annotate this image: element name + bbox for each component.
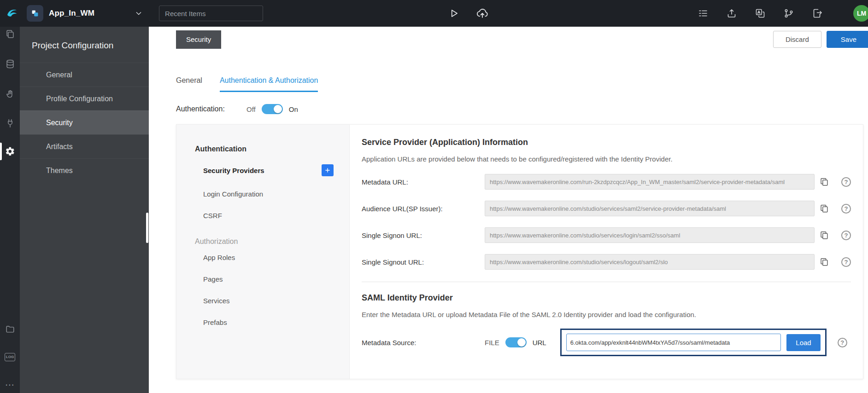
main-panel: Security Discard Save General Authentica… bbox=[149, 27, 868, 393]
app-switcher-chevron-icon[interactable] bbox=[134, 9, 143, 18]
toggle-off-label: Off bbox=[246, 105, 256, 113]
run-app-button[interactable] bbox=[447, 7, 459, 19]
export-file-button[interactable] bbox=[812, 8, 823, 19]
database-icon bbox=[5, 59, 15, 69]
metadata-url-highlight-group: Load bbox=[560, 329, 827, 356]
subnav-item-prefabs[interactable]: Prefabs bbox=[195, 312, 349, 333]
play-icon bbox=[447, 7, 459, 19]
metadata-url-row: Metadata URL: ? bbox=[362, 174, 851, 190]
single-signon-label: Single Signon URL: bbox=[362, 231, 485, 239]
help-icon[interactable]: ? bbox=[841, 257, 851, 267]
folder-icon bbox=[5, 324, 15, 334]
copy-button[interactable] bbox=[818, 176, 830, 188]
help-icon[interactable]: ? bbox=[841, 231, 851, 240]
rail-database-button[interactable] bbox=[5, 58, 16, 69]
logs-icon: LOG bbox=[5, 353, 15, 361]
subnav-item-services[interactable]: Services bbox=[195, 290, 349, 312]
copy-button[interactable] bbox=[818, 256, 830, 268]
markup-list-button[interactable] bbox=[698, 8, 709, 19]
topbar: App_In_WM bbox=[0, 0, 868, 27]
app-icon bbox=[27, 5, 43, 22]
rail-logs-button[interactable]: LOG bbox=[5, 352, 16, 363]
subnav-item-csrf[interactable]: CSRF bbox=[195, 205, 349, 226]
metadata-source-toggle[interactable] bbox=[505, 337, 527, 347]
saml-idp-title: SAML Identity Provider bbox=[362, 293, 851, 303]
authentication-toggle-row: Authentication: Off On bbox=[176, 104, 868, 114]
rail-more-button[interactable]: ⋯ bbox=[5, 379, 16, 390]
saml-idp-description: Enter the Metadata URL or upload Metadat… bbox=[362, 311, 851, 318]
tab-authentication-authorization[interactable]: Authentication & Authorization bbox=[220, 76, 318, 92]
single-signon-row: Single Signon URL: ? bbox=[362, 227, 851, 243]
plug-icon bbox=[5, 118, 15, 128]
rail-apis-button[interactable] bbox=[5, 118, 16, 129]
single-signout-value-input[interactable] bbox=[485, 254, 815, 270]
help-icon[interactable]: ? bbox=[841, 177, 851, 187]
sidebar-heading: Project Configuration bbox=[20, 27, 149, 63]
rail-widgets-button[interactable] bbox=[5, 89, 16, 100]
version-control-button[interactable] bbox=[783, 8, 794, 19]
help-icon[interactable]: ? bbox=[841, 204, 851, 214]
file-tab-security[interactable]: Security bbox=[176, 30, 221, 49]
wavemaker-logo-icon[interactable] bbox=[6, 6, 19, 20]
localization-button[interactable] bbox=[755, 8, 766, 19]
sidebar-item-security[interactable]: Security bbox=[20, 110, 149, 134]
toggle-knob bbox=[274, 105, 282, 113]
rail-files-button[interactable] bbox=[5, 324, 16, 335]
export-project-button[interactable] bbox=[726, 8, 737, 19]
metadata-url-value-input[interactable] bbox=[485, 174, 815, 190]
pages-icon bbox=[5, 29, 15, 39]
load-button[interactable]: Load bbox=[786, 334, 820, 351]
copy-button[interactable] bbox=[818, 229, 830, 241]
recent-items-input[interactable] bbox=[159, 6, 263, 21]
toggle-on-label: On bbox=[289, 105, 298, 113]
sidebar-item-themes[interactable]: Themes bbox=[20, 158, 149, 182]
add-security-provider-button[interactable] bbox=[322, 164, 334, 176]
authentication-toggle[interactable] bbox=[262, 104, 283, 114]
subnav-item-security-providers[interactable]: Security Providers bbox=[195, 157, 349, 183]
copy-button[interactable] bbox=[818, 202, 830, 214]
sidebar-item-profile-configuration[interactable]: Profile Configuration bbox=[20, 87, 149, 110]
toggle-knob bbox=[517, 338, 526, 347]
sidebar-item-general[interactable]: General bbox=[20, 63, 149, 87]
subnav-item-app-roles[interactable]: App Roles bbox=[195, 247, 349, 268]
audience-url-row: Audience URL(SP Issuer): ? bbox=[362, 201, 851, 216]
rail-pages-button[interactable] bbox=[5, 29, 16, 40]
idp-metadata-url-input[interactable] bbox=[566, 334, 781, 351]
more-ellipsis-icon: ⋯ bbox=[5, 380, 15, 389]
rail-settings-button[interactable] bbox=[5, 146, 16, 157]
wavemaker-studio: App_In_WM bbox=[0, 0, 868, 393]
sidebar-item-artifacts[interactable]: Artifacts bbox=[20, 134, 149, 158]
copy-icon bbox=[819, 177, 829, 187]
discard-button[interactable]: Discard bbox=[773, 31, 821, 48]
app-title: App_In_WM bbox=[49, 9, 94, 18]
save-button[interactable]: Save bbox=[827, 31, 868, 48]
hand-icon bbox=[5, 89, 15, 99]
audience-url-value-input[interactable] bbox=[485, 201, 815, 216]
metadata-url-label: Metadata URL: bbox=[362, 178, 485, 186]
metadata-source-label: Metadata Source: bbox=[362, 339, 485, 347]
sidebar-scrollbar-thumb[interactable] bbox=[146, 213, 148, 243]
subnav-item-pages[interactable]: Pages bbox=[195, 268, 349, 290]
run-deploy-group bbox=[447, 0, 489, 27]
user-avatar[interactable]: LM bbox=[853, 5, 868, 22]
help-icon[interactable]: ? bbox=[838, 338, 847, 347]
checklist-icon bbox=[698, 8, 709, 19]
header-actions: Discard Save bbox=[773, 31, 868, 48]
settings-gear-icon bbox=[5, 146, 15, 156]
service-provider-description: Application URLs are provided below that… bbox=[362, 155, 851, 163]
url-option-label: URL bbox=[533, 339, 546, 347]
metadata-source-row: Metadata Source: FILE URL Load ? bbox=[362, 329, 851, 356]
authentication-label: Authentication: bbox=[176, 105, 246, 113]
file-tab-row: Security Discard Save bbox=[149, 27, 868, 52]
security-config-card: Authentication Security Providers Login … bbox=[176, 124, 863, 379]
subnav-item-login-configuration[interactable]: Login Configuration bbox=[195, 183, 349, 205]
project-config-sidebar: Project Configuration General Profile Co… bbox=[20, 27, 149, 393]
cloud-upload-icon bbox=[476, 7, 489, 20]
active-rail-indicator bbox=[0, 143, 2, 160]
tab-general[interactable]: General bbox=[176, 76, 202, 92]
single-signout-label: Single Signout URL: bbox=[362, 258, 485, 266]
file-option-label: FILE bbox=[485, 339, 499, 347]
deploy-button[interactable] bbox=[476, 7, 489, 20]
security-subnav: Authentication Security Providers Login … bbox=[176, 125, 350, 379]
single-signon-value-input[interactable] bbox=[485, 227, 815, 243]
